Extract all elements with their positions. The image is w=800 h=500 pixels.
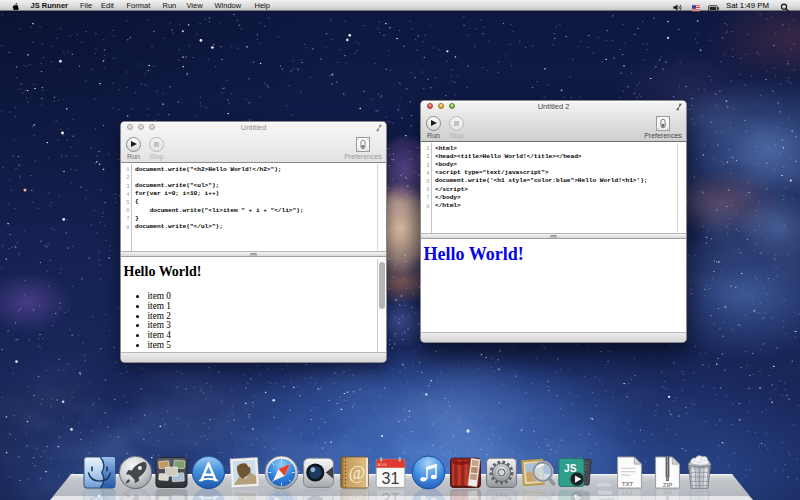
- svg-text:31: 31: [382, 469, 400, 487]
- svg-text:ZIP: ZIP: [662, 489, 671, 495]
- svg-text:@: @: [349, 493, 365, 500]
- svg-text:31: 31: [382, 490, 400, 500]
- svg-text:TXT: TXT: [622, 490, 634, 496]
- svg-text:AUG: AUG: [378, 462, 388, 467]
- svg-text:@: @: [349, 463, 365, 483]
